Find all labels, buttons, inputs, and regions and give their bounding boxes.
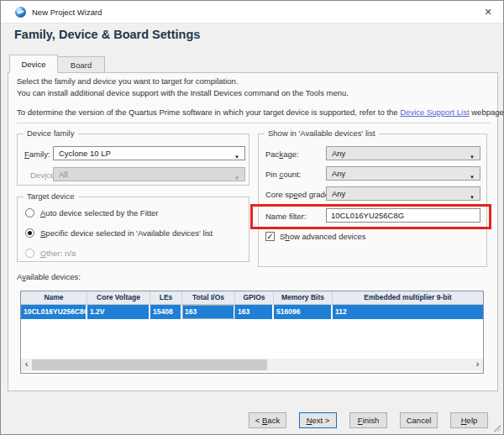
device-dropdown: All ▼ [53, 167, 245, 181]
page-title: Family, Device & Board Settings [14, 28, 200, 41]
core-speed-grade-dropdown-value: Any [332, 189, 345, 198]
column-header-les[interactable]: LEs [150, 291, 182, 304]
show-advanced-devices-label: Show advanced devices [280, 232, 365, 241]
horizontal-scrollbar[interactable]: ‹ › [21, 359, 483, 371]
cell-les[interactable]: 15408 [150, 305, 182, 319]
radio-auto-device-label: Auto device selected by the Fitter [40, 208, 158, 218]
window-title: New Project Wizard [32, 8, 102, 17]
resize-grip[interactable] [493, 424, 501, 432]
device-dropdown-value: All [59, 170, 68, 179]
description-line-3-prefix: To determine the version of the Quartus … [17, 107, 400, 117]
cell-embedded-multiplier[interactable]: 112 [333, 305, 483, 319]
available-devices-table: Name Core Voltage LEs Total I/Os GPIOs M… [20, 291, 484, 374]
column-header-name[interactable]: Name [21, 291, 87, 304]
family-dropdown[interactable]: Cyclone 10 LP ▼ [53, 146, 245, 160]
title-bar: New Project Wizard ✕ [1, 1, 503, 24]
show-filters-group-title: Show in 'Available devices' list [265, 128, 379, 138]
next-button[interactable]: Next > [299, 412, 337, 428]
radio-specific-device-label: Specific device selected in 'Available d… [40, 228, 213, 238]
chevron-down-icon: ▼ [470, 191, 475, 204]
column-header-gpios[interactable]: GPIOs [235, 291, 274, 304]
device-support-list-link[interactable]: Device Support List [400, 107, 469, 117]
scroll-left-icon[interactable]: ‹ [21, 359, 32, 371]
scrollbar-thumb[interactable] [32, 359, 267, 370]
cell-memory-bits[interactable]: 516096 [274, 305, 333, 319]
tab-board[interactable]: Board [57, 56, 105, 73]
show-filters-group: Show in 'Available devices' list Package… [258, 134, 487, 267]
core-speed-grade-dropdown[interactable]: Any ▼ [326, 186, 480, 201]
radio-button-icon [25, 208, 34, 218]
scroll-right-icon[interactable]: › [472, 359, 483, 371]
device-family-group-title: Device family [24, 128, 78, 138]
description-line-3: To determine the version of the Quartus … [17, 107, 504, 117]
cancel-button[interactable]: Cancel [400, 412, 438, 428]
radio-button-disabled-icon [25, 249, 34, 258]
show-advanced-devices-checkbox[interactable]: ✓ Show advanced devices [265, 232, 365, 241]
cell-core-voltage[interactable]: 1.2V [87, 305, 150, 319]
separator-line [17, 123, 491, 123]
table-row-selected[interactable]: 10CL016YU256C8G 1.2V 15408 163 163 51609… [21, 305, 483, 319]
description-line-2: You can install additional device suppor… [17, 88, 349, 97]
chevron-down-icon: ▼ [234, 172, 239, 185]
chevron-down-icon: ▼ [470, 171, 475, 184]
core-speed-grade-label: Core speed grade: [265, 190, 332, 199]
help-button[interactable]: Help [450, 412, 488, 428]
package-dropdown[interactable]: Any ▼ [326, 146, 480, 160]
radio-other: Other: n/a [25, 249, 76, 258]
device-tab-page: Select the family and device you want to… [8, 72, 498, 391]
target-device-group: Target device Auto device selected by th… [17, 197, 249, 262]
pin-count-label: Pin count: [265, 170, 301, 179]
name-filter-label: Name filter: [265, 212, 307, 221]
available-devices-label: Available devices: [17, 272, 81, 281]
column-header-embedded-multiplier[interactable]: Embedded multiplier 9-bit [333, 291, 483, 304]
quartus-app-icon [15, 7, 26, 18]
radio-button-selected-icon [25, 228, 34, 238]
family-label: Family: [24, 149, 50, 159]
chevron-down-icon: ▼ [470, 151, 475, 164]
pin-count-dropdown[interactable]: Any ▼ [326, 166, 480, 181]
pin-count-dropdown-value: Any [332, 169, 345, 178]
package-dropdown-value: Any [332, 149, 345, 158]
description-line-3-suffix: webpage. [470, 107, 504, 117]
description-line-1: Select the family and device you want to… [17, 76, 239, 86]
back-button[interactable]: < Back [249, 412, 286, 428]
column-header-memory-bits[interactable]: Memory Bits [274, 291, 333, 304]
column-header-total-ios[interactable]: Total I/Os [182, 291, 235, 304]
target-device-group-title: Target device [24, 191, 78, 201]
finish-button[interactable]: Finish [349, 412, 387, 428]
package-label: Package: [265, 149, 299, 159]
cell-gpios[interactable]: 163 [235, 305, 274, 319]
new-project-wizard-dialog: New Project Wizard ✕ Family, Device & Bo… [0, 0, 504, 435]
family-dropdown-value: Cyclone 10 LP [59, 149, 111, 158]
cell-total-ios[interactable]: 163 [182, 305, 235, 319]
device-family-group: Device family Family: Cyclone 10 LP ▼ De… [17, 134, 249, 186]
checkbox-checked-icon: ✓ [265, 232, 275, 241]
chevron-down-icon: ▼ [234, 151, 239, 164]
table-header-row: Name Core Voltage LEs Total I/Os GPIOs M… [21, 291, 483, 305]
close-icon[interactable]: ✕ [481, 6, 495, 19]
radio-other-label: Other: n/a [40, 249, 76, 258]
name-filter-input[interactable] [326, 208, 480, 223]
cell-name[interactable]: 10CL016YU256C8G [21, 305, 87, 319]
radio-specific-device[interactable]: Specific device selected in 'Available d… [25, 228, 213, 238]
radio-auto-device[interactable]: Auto device selected by the Fitter [25, 208, 158, 218]
column-header-core-voltage[interactable]: Core Voltage [87, 291, 150, 304]
tab-device[interactable]: Device [9, 55, 58, 73]
